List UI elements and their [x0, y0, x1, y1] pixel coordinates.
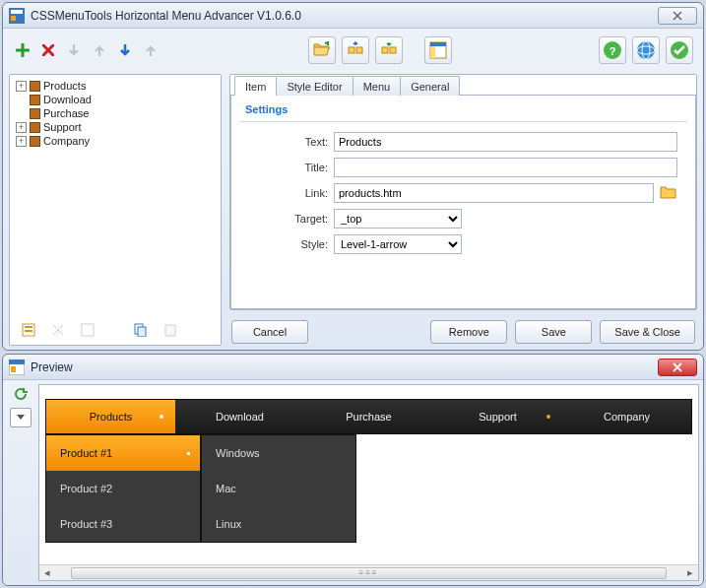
chevron-down-icon — [17, 415, 25, 421]
globe-icon — [636, 40, 656, 60]
tab-style-editor[interactable]: Style Editor — [276, 76, 353, 96]
menu-item-company[interactable]: Company — [562, 400, 691, 433]
svg-rect-24 — [165, 325, 175, 336]
svg-text:?: ? — [610, 45, 616, 57]
target-label: Target: — [269, 213, 328, 225]
menu-item-download[interactable]: Download — [175, 400, 304, 433]
svg-rect-2 — [11, 16, 16, 21]
link-input[interactable] — [334, 183, 654, 203]
settings-heading: Settings — [239, 99, 687, 122]
tab-menu[interactable]: Menu — [353, 76, 402, 96]
svg-rect-26 — [9, 359, 25, 364]
expand-all-button[interactable] — [342, 36, 369, 64]
submenu-item-linux[interactable]: Linux — [202, 506, 355, 542]
collapse-all-button[interactable] — [375, 36, 403, 64]
editor-panel: Item Style Editor Menu General Settings … — [229, 74, 697, 310]
tab-general[interactable]: General — [400, 76, 460, 96]
text-input[interactable] — [334, 132, 677, 152]
tree-item-purchase[interactable]: Purchase — [16, 107, 219, 119]
target-select[interactable]: _top — [334, 209, 462, 229]
edit-icon — [81, 323, 95, 337]
scroll-right-icon[interactable]: ▸ — [682, 566, 698, 579]
svg-rect-8 — [390, 47, 396, 53]
main-window: CSSMenuTools Horizontal Menu Advancer V1… — [2, 2, 704, 351]
save-close-button[interactable]: Save & Close — [600, 320, 695, 344]
svg-rect-20 — [25, 330, 32, 332]
toolbar: ? — [9, 34, 697, 66]
menu-tree[interactable]: +Products Download Purchase +Support +Co… — [12, 79, 219, 148]
delete-item-button[interactable] — [38, 40, 58, 60]
submenu-indicator-icon — [160, 415, 163, 419]
item-icon — [30, 81, 40, 92]
menu-item-support[interactable]: Support — [433, 400, 562, 433]
style-label: Style: — [269, 238, 328, 250]
menu-item-products[interactable]: Products — [46, 400, 175, 433]
cancel-button[interactable]: Cancel — [231, 320, 308, 344]
scroll-thumb[interactable]: ≡≡≡ — [71, 567, 667, 579]
preview-side-toolbar — [7, 384, 34, 581]
preview-canvas: Products Download Purchase Support Compa… — [38, 384, 699, 581]
arrow-up-gray-button[interactable] — [90, 40, 109, 60]
list-icon — [22, 323, 35, 337]
arrow-up-icon — [145, 43, 157, 57]
submenu-indicator-icon — [546, 415, 550, 419]
layout-button[interactable] — [424, 36, 452, 64]
item-icon — [30, 108, 40, 119]
submenu-item-windows[interactable]: Windows — [202, 435, 355, 471]
preview-submenu-1: Product #1 Product #2 Product #3 — [45, 434, 201, 543]
arrow-down-blue-button[interactable] — [115, 40, 135, 60]
tree-item-products[interactable]: +Products — [16, 80, 219, 92]
copy-button[interactable] — [131, 320, 151, 340]
submenu-item-mac[interactable]: Mac — [202, 471, 355, 506]
window-close-button[interactable] — [658, 7, 697, 25]
settings-form: Settings Text: Title: Link: — [230, 96, 696, 309]
preview-title: Preview — [31, 360, 73, 374]
svg-rect-11 — [430, 46, 435, 58]
style-select[interactable]: Level-1-arrow — [334, 234, 462, 254]
arrow-up-gray2-button[interactable] — [141, 40, 160, 60]
web-button[interactable] — [632, 36, 660, 64]
arrow-down-gray-button[interactable] — [64, 40, 84, 60]
scissors-icon — [51, 323, 65, 337]
submenu-item-product2[interactable]: Product #2 — [46, 471, 200, 506]
close-icon — [673, 362, 682, 372]
plus-icon — [16, 43, 30, 57]
preview-scrollbar[interactable]: ◂ ≡≡≡ ▸ — [39, 564, 698, 580]
submenu-item-product3[interactable]: Product #3 — [46, 506, 200, 542]
browse-link-button[interactable] — [660, 185, 677, 201]
titlebar: CSSMenuTools Horizontal Menu Advancer V1… — [3, 3, 703, 29]
check-icon — [670, 40, 689, 60]
svg-rect-10 — [430, 42, 446, 46]
scroll-left-icon[interactable]: ◂ — [39, 566, 55, 579]
submenu-item-product1[interactable]: Product #1 — [46, 435, 200, 471]
apply-button[interactable] — [666, 36, 693, 64]
refresh-preview-button[interactable] — [11, 384, 31, 404]
add-item-button[interactable] — [13, 40, 32, 60]
zoom-select[interactable] — [10, 408, 32, 427]
remove-button[interactable]: Remove — [430, 320, 507, 344]
preview-close-button[interactable] — [658, 359, 697, 376]
tree-item-download[interactable]: Download — [16, 94, 219, 105]
svg-rect-1 — [11, 10, 23, 14]
window-title: CSSMenuTools Horizontal Menu Advancer V1… — [31, 9, 301, 23]
title-input[interactable] — [334, 158, 677, 177]
preview-submenu-2: Windows Mac Linux — [201, 434, 356, 543]
cut-button[interactable] — [48, 320, 68, 340]
tree-item-company[interactable]: +Company — [16, 135, 219, 147]
svg-rect-6 — [356, 47, 362, 53]
svg-point-14 — [637, 41, 655, 59]
svg-rect-7 — [382, 47, 388, 53]
svg-rect-19 — [25, 326, 32, 328]
edit-node-button[interactable] — [78, 320, 97, 340]
tab-item[interactable]: Item — [234, 76, 277, 96]
paste-button[interactable] — [160, 320, 180, 340]
menu-item-purchase[interactable]: Purchase — [304, 400, 433, 433]
new-node-button[interactable] — [19, 320, 38, 340]
arrow-down-icon — [68, 43, 80, 57]
tree-item-support[interactable]: +Support — [16, 121, 219, 133]
tree-toolbar — [15, 320, 184, 340]
title-label: Title: — [269, 162, 328, 173]
open-file-button[interactable] — [308, 36, 336, 64]
help-button[interactable]: ? — [599, 36, 626, 64]
save-button[interactable]: Save — [515, 320, 592, 344]
